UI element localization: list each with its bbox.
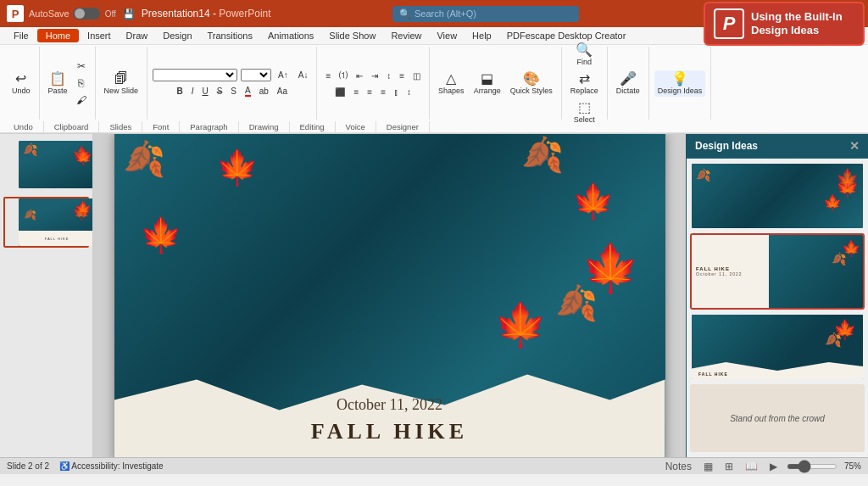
bullets-button[interactable]: ≡: [322, 70, 334, 82]
status-bar: Slide 2 of 2 ♿ Accessibility: Investigat…: [0, 457, 868, 474]
design-idea-4-text: Stand out from the crowd: [730, 414, 825, 423]
font-group: A↑ A↓ B I U S S A ab Aa: [147, 47, 317, 120]
zoom-slider[interactable]: [787, 464, 837, 469]
menu-animations[interactable]: Animations: [261, 29, 320, 42]
clipboard-label: Clipboard: [44, 121, 100, 132]
arrange-button[interactable]: ⬓Arrange: [470, 70, 504, 97]
numbering-button[interactable]: ⑴: [336, 68, 351, 83]
underline-button[interactable]: U: [198, 85, 211, 98]
line-spacing-button[interactable]: ↕: [403, 86, 415, 98]
menu-review[interactable]: Review: [384, 29, 428, 42]
title-bar: P AutoSave Off 💾 Presentation14 - PowerP…: [0, 0, 868, 27]
menu-insert[interactable]: Insert: [81, 29, 118, 42]
menu-draw[interactable]: Draw: [120, 29, 155, 42]
format-painter-button[interactable]: 🖌: [73, 92, 90, 108]
align-left-button[interactable]: ⬛: [331, 86, 348, 98]
font-highlight-button[interactable]: ab: [256, 85, 272, 98]
menu-pdfescape[interactable]: PDFescape Desktop Creator: [500, 29, 633, 42]
new-slide-button[interactable]: 🗐New Slide: [101, 70, 142, 97]
align-text-button[interactable]: ≡: [396, 70, 408, 82]
menu-view[interactable]: View: [430, 29, 464, 42]
font-size-select[interactable]: [241, 69, 271, 81]
autosave-area: AutoSave Off: [29, 8, 116, 20]
editing-label: Editing: [290, 121, 336, 132]
design-ideas-content[interactable]: 🍂 🍁 🍁 🍁 🍂 FALL HIKE October 11, 2022: [687, 159, 868, 457]
design-ideas-button[interactable]: 💡 Design Ideas: [654, 70, 706, 97]
slides-group: 🗐New Slide: [96, 47, 148, 120]
strikethrough-button[interactable]: S: [214, 85, 226, 98]
select-button[interactable]: ⬚Select: [570, 99, 598, 126]
leaf-4: 🍂: [521, 135, 564, 175]
designer-label: Designer: [376, 121, 430, 132]
status-right: Notes ▦ ⊞ 📖 ▶ 75%: [663, 460, 861, 473]
find-button[interactable]: 🔍Find: [572, 42, 596, 68]
undo-button[interactable]: ↩Undo: [8, 70, 34, 97]
reading-view-button[interactable]: 📖: [743, 460, 760, 473]
search-bar[interactable]: 🔍: [392, 6, 579, 22]
design-idea-4[interactable]: Stand out from the crowd: [690, 384, 865, 452]
notes-button[interactable]: Notes: [663, 460, 694, 473]
font-color-button[interactable]: A: [242, 84, 254, 98]
design-idea-2[interactable]: 🍁 🍂 FALL HIKE October 11, 2022: [690, 233, 865, 310]
dictate-button[interactable]: 🎤Dictate: [613, 70, 643, 97]
leaf-6: 🍂: [555, 283, 598, 323]
drawing-group: △Shapes ⬓Arrange 🎨Quick Styles: [430, 47, 562, 120]
slide-thumb-2[interactable]: 2 🍁 🍂 FALL HIKE: [3, 197, 89, 248]
shadow-button[interactable]: S: [227, 85, 240, 98]
paragraph-label: Paragraph: [180, 121, 238, 132]
text-direction-button[interactable]: ↕: [383, 70, 394, 82]
voice-label: Voice: [336, 121, 376, 132]
quick-styles-button[interactable]: 🎨Quick Styles: [507, 70, 556, 97]
design-ideas-close-button[interactable]: ✕: [849, 139, 860, 153]
editing-group: 🔍Find ⇄Replace ⬚Select: [562, 47, 608, 120]
menu-help[interactable]: Help: [465, 29, 498, 42]
leaf-2: 🍁: [216, 148, 259, 187]
design-ideas-title: Design Ideas: [695, 140, 758, 152]
leaf-5: 🍁: [581, 241, 640, 296]
copy-button[interactable]: ⎘: [73, 75, 90, 91]
canvas-area[interactable]: 🍂 🍁 🍁 🍂 🍁 🍂 🍁 🍁 October 11, 2022 FALL HI…: [93, 134, 686, 457]
leaf-8: 🍁: [140, 215, 182, 255]
paste-button[interactable]: 📋Paste: [45, 70, 71, 97]
font-face-select[interactable]: [153, 69, 237, 81]
slideshow-button[interactable]: ▶: [767, 460, 780, 473]
autosave-state: Off: [105, 9, 116, 19]
main-area: 1 🍂 🍁 2 🍁 🍂 FALL HIKE: [0, 134, 868, 457]
columns-button[interactable]: ⫿: [391, 86, 402, 98]
normal-view-button[interactable]: ▦: [701, 460, 715, 473]
menu-file[interactable]: File: [7, 29, 36, 42]
menu-home[interactable]: Home: [37, 29, 79, 42]
design-idea-1[interactable]: 🍂 🍁 🍁: [690, 162, 865, 230]
slide-text-area[interactable]: October 11, 2022 FALL HIKE: [114, 396, 665, 444]
powerpoint-icon: P: [714, 8, 744, 39]
change-case-button[interactable]: Aa: [274, 85, 291, 98]
design-ideas-header: Design Ideas ✕: [687, 134, 868, 159]
search-input[interactable]: [415, 8, 550, 19]
leaf-3: 🍁: [572, 182, 615, 221]
menu-transitions[interactable]: Transitions: [201, 29, 259, 42]
justify-button[interactable]: ≡: [377, 86, 389, 98]
accessibility-status[interactable]: ♿ Accessibility: Investigate: [59, 461, 164, 471]
menu-slideshow[interactable]: Slide Show: [322, 29, 382, 42]
slide-thumb-1[interactable]: 1 🍂 🍁: [3, 139, 89, 190]
slide-sorter-button[interactable]: ⊞: [722, 460, 736, 473]
indent-left-button[interactable]: ⇤: [353, 70, 366, 82]
align-right-button[interactable]: ≡: [364, 86, 376, 98]
increase-font-button[interactable]: A↑: [275, 69, 292, 81]
design-idea-3[interactable]: 🍁 🍂 FALL HIKE: [690, 313, 865, 381]
menu-design[interactable]: Design: [156, 29, 198, 42]
cut-button[interactable]: ✂: [73, 59, 90, 74]
autosave-toggle[interactable]: [73, 8, 100, 20]
design-ideas-panel: Design Ideas ✕ 🍂 🍁 🍁 🍁 🍂: [686, 134, 868, 457]
italic-button[interactable]: I: [188, 85, 198, 98]
smartart-button[interactable]: ◫: [409, 70, 424, 82]
replace-button[interactable]: ⇄Replace: [567, 70, 602, 97]
bold-button[interactable]: B: [173, 85, 186, 98]
indent-right-button[interactable]: ⇥: [368, 70, 381, 82]
shapes-button[interactable]: △Shapes: [435, 70, 468, 97]
toolbar: ↩Undo 📋Paste ✂ ⎘ 🖌 🗐New Slide: [0, 45, 868, 121]
decrease-font-button[interactable]: A↓: [295, 69, 312, 81]
slide-title: FALL HIKE: [311, 419, 468, 444]
file-save-icon[interactable]: 💾: [123, 8, 135, 20]
align-center-button[interactable]: ≡: [350, 86, 362, 98]
